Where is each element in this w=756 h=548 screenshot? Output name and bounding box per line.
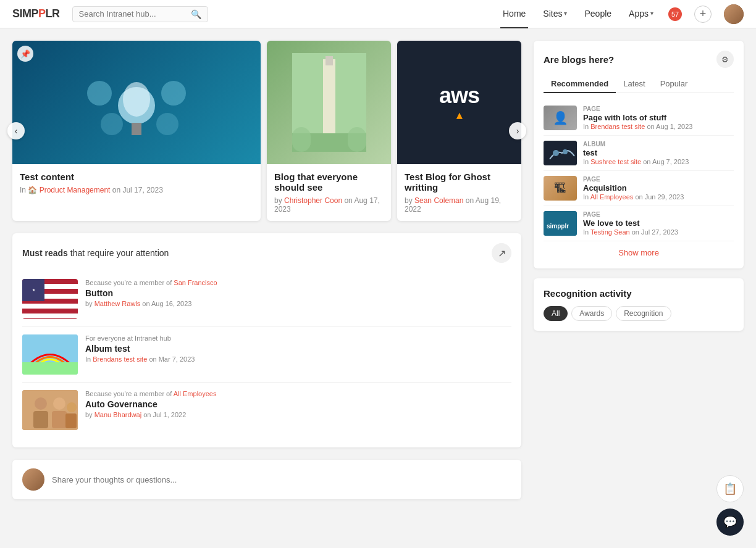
must-reads-share-button[interactable]: ↗: [492, 243, 511, 263]
blog-source-link-2[interactable]: Sushree test site: [590, 158, 641, 165]
tab-popular[interactable]: Popular: [653, 75, 695, 93]
carousel-prev-button[interactable]: ‹: [7, 122, 25, 139]
must-read-by-3: by Manu Bhardwaj on Jul 1, 2022: [85, 411, 511, 418]
must-read-info-1: Because you're a member of San Francisco…: [85, 279, 511, 319]
nav-home[interactable]: Home: [500, 0, 528, 28]
svg-rect-22: [65, 413, 77, 428]
rainbow-image: [22, 334, 78, 375]
blog-thumb-1: 👤: [544, 106, 577, 130]
chat-button[interactable]: 💬: [716, 509, 744, 512]
notification-badge[interactable]: 57: [668, 7, 682, 21]
search-bar[interactable]: 🔍: [72, 6, 208, 22]
settings-button[interactable]: ⚙: [716, 51, 734, 68]
blog-thumb-4: simpplr: [544, 211, 577, 236]
nav-people[interactable]: People: [582, 0, 614, 28]
recognition-title: Recognition activity: [544, 288, 734, 299]
carousel: ‹ 📌: [12, 41, 521, 221]
blog-source-1: In Brendans test site on Aug 1, 2023: [583, 123, 734, 130]
share-thoughts-bar[interactable]: [12, 460, 521, 499]
carousel-card-3[interactable]: aws ▴ Test Blog for Ghost writting by Se…: [397, 41, 521, 221]
blog-tabs: Recommended Latest Popular: [544, 75, 734, 93]
svg-point-25: [563, 149, 568, 154]
svg-point-24: [553, 150, 559, 156]
blog-info-1: PAGE Page with lots of stuff In Brendans…: [583, 106, 734, 130]
svg-point-6: [156, 113, 178, 135]
card-author-link-2[interactable]: Christopher Coon: [284, 196, 342, 205]
must-reads-section: Must reads that require your attention ↗…: [12, 233, 521, 447]
card-meta-1: In 🏠 Product Management on Jul 17, 2023: [20, 186, 253, 194]
show-more-link[interactable]: Show more: [618, 248, 659, 257]
thoughts-input[interactable]: [52, 475, 511, 484]
card-image-2: [267, 41, 391, 164]
must-read-reason-1: Because you're a member of San Francisco: [85, 279, 511, 286]
blog-source-2: In Sushree test site on Aug 7, 2023: [583, 158, 734, 165]
blog-info-3: PAGE Acquisition In All Employees on Jun…: [583, 176, 734, 201]
must-read-reason-3: Because you're a member of All Employees: [85, 390, 511, 397]
must-read-location-link-2[interactable]: Brendans test site: [93, 355, 147, 363]
must-read-author-link-1[interactable]: Matthew Rawls: [94, 300, 141, 307]
card-category-link[interactable]: Product Management: [40, 186, 111, 194]
blog-thumb-3: 🏗: [544, 176, 577, 201]
tab-latest[interactable]: Latest: [616, 75, 652, 93]
must-read-title-3[interactable]: Auto Governance: [85, 399, 511, 409]
simpplr-thumb: simpplr: [544, 211, 577, 236]
blog-name-2[interactable]: test: [583, 148, 734, 157]
must-read-thumb-2: [22, 334, 78, 375]
svg-point-19: [53, 397, 65, 410]
must-read-title-1[interactable]: Button: [85, 288, 511, 298]
must-read-reason-link-3[interactable]: All Employees: [174, 390, 217, 397]
card-image-3: aws ▴: [397, 41, 521, 164]
svg-point-5: [101, 113, 123, 135]
card-title-3: Test Blog for Ghost writting: [405, 172, 514, 193]
must-read-reason-link-1[interactable]: San Francisco: [174, 279, 217, 286]
must-reads-title: Must reads that require your attention: [22, 248, 169, 258]
avatar[interactable]: [724, 4, 744, 24]
blog-name-4[interactable]: We love to test: [583, 218, 734, 228]
svg-rect-15: [22, 362, 78, 375]
blog-source-link-4[interactable]: Testing Sean: [590, 228, 630, 236]
rec-tab-all[interactable]: All: [544, 306, 568, 321]
svg-point-3: [87, 81, 112, 106]
must-read-reason-2: For everyone at Intranet hub: [85, 334, 511, 342]
chevron-down-icon: ▾: [564, 10, 567, 17]
rec-tab-recognition[interactable]: Recognition: [616, 306, 671, 321]
card-author-link-3[interactable]: Sean Coleman: [414, 196, 463, 205]
flag-canton: ★: [22, 279, 44, 301]
add-button[interactable]: +: [694, 6, 712, 23]
must-read-title-2[interactable]: Album test: [85, 344, 511, 354]
blog-item-4[interactable]: simpplr PAGE We love to test In Testing …: [544, 206, 734, 241]
blog-type-2: ALBUM: [583, 141, 734, 147]
blog-image-2: [544, 141, 577, 165]
nav-apps[interactable]: Apps ▾: [626, 0, 656, 28]
tab-recommended[interactable]: Recommended: [544, 75, 616, 93]
svg-text:simpplr: simpplr: [547, 223, 569, 230]
blog-item-3[interactable]: 🏗 PAGE Acquisition In All Employees on J…: [544, 171, 734, 206]
chevron-down-icon: ▾: [650, 10, 653, 17]
blog-name-3[interactable]: Acquisition: [583, 183, 734, 193]
blog-name-1[interactable]: Page with lots of stuff: [583, 113, 734, 122]
carousel-card-1[interactable]: 📌 Test content: [12, 41, 261, 221]
rec-tab-awards[interactable]: Awards: [571, 306, 612, 321]
logo[interactable]: SIMPPLR: [12, 7, 60, 20]
blog-image-1: 👤: [544, 106, 577, 130]
blog-source-link-1[interactable]: Brendans test site: [590, 123, 645, 130]
blog-item-1[interactable]: 👤 PAGE Page with lots of stuff In Brenda…: [544, 101, 734, 136]
svg-rect-13: [348, 127, 366, 152]
show-more[interactable]: Show more: [544, 241, 734, 259]
search-input[interactable]: [79, 9, 188, 19]
rainbow-illustration: [22, 334, 78, 375]
avatar-image: [724, 4, 744, 24]
blog-item-2[interactable]: ALBUM test In Sushree test site on Aug 7…: [544, 136, 734, 171]
svg-rect-10: [326, 56, 333, 65]
carousel-next-button[interactable]: ›: [509, 122, 526, 139]
bulb-illustration: [81, 56, 192, 149]
notes-button[interactable]: 📋: [716, 475, 744, 502]
blog-source-link-3[interactable]: All Employees: [590, 193, 634, 201]
nav-sites[interactable]: Sites ▾: [540, 0, 569, 28]
must-read-info-3: Because you're a member of All Employees…: [85, 390, 511, 430]
card-meta-2: by Christopher Coon on Aug 17, 2023: [274, 196, 384, 214]
carousel-card-2[interactable]: Blog that everyone should see by Christo…: [267, 41, 391, 221]
card-content-3: Test Blog for Ghost writting by Sean Col…: [397, 164, 521, 221]
bottom-buttons: 📋 💬: [716, 475, 744, 512]
must-read-author-link-3[interactable]: Manu Bhardwaj: [94, 411, 141, 418]
